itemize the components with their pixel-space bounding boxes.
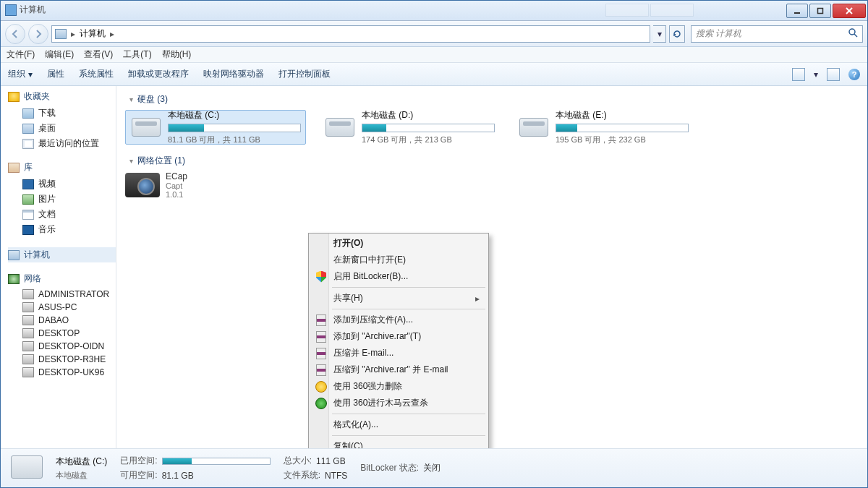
desktop-icon <box>22 124 34 134</box>
forward-button[interactable] <box>28 24 48 44</box>
menu-help[interactable]: 帮助(H) <box>162 48 192 61</box>
drive-icon <box>130 114 162 140</box>
total-size-label: 总大小: <box>284 455 312 467</box>
search-icon <box>848 27 858 40</box>
sidebar-item-pc[interactable]: DESKTOP <box>8 327 116 340</box>
ctx-share[interactable]: 共享(H)▸ <box>310 290 487 307</box>
properties-button[interactable]: 属性 <box>47 68 64 80</box>
body: 收藏夹 下载 桌面 最近访问的位置 库 视频 图片 文档 音乐 计算机 <box>1 86 867 448</box>
drive-sub: 81.1 GB 可用，共 111 GB <box>168 134 301 145</box>
sidebar-item-recent[interactable]: 最近访问的位置 <box>8 136 116 151</box>
network-section-title[interactable]: ▾ 网络位置 (1) <box>129 155 859 167</box>
control-panel-button[interactable]: 打开控制面板 <box>278 68 331 80</box>
window-title: 计算机 <box>20 4 46 16</box>
chevron-down-icon[interactable]: ▾ <box>814 69 818 80</box>
svg-point-4 <box>849 29 855 35</box>
context-menu: 打开(O) 在新窗口中打开(E) 启用 BitLocker(B)... 共享(H… <box>308 233 489 448</box>
svg-rect-1 <box>818 8 823 13</box>
usage-bar <box>362 124 495 132</box>
360-icon <box>315 380 328 393</box>
pc-icon <box>22 328 34 338</box>
ctx-360-delete[interactable]: 使用 360强力删除 <box>310 378 487 395</box>
ctx-add-archive[interactable]: 添加到压缩文件(A)... <box>310 312 487 328</box>
total-size-value: 111 GB <box>316 456 346 466</box>
drive-d[interactable]: 本地磁盘 (D:) 174 GB 可用，共 213 GB <box>319 110 500 145</box>
search-box[interactable]: 搜索 计算机 <box>691 25 863 43</box>
sidebar-item-pictures[interactable]: 图片 <box>8 192 116 207</box>
network-location-item[interactable]: ECap Capt 1.0.1 <box>125 171 859 199</box>
free-space-label: 可用空间: <box>120 469 157 481</box>
rar-icon <box>315 364 328 377</box>
breadcrumb-computer[interactable]: 计算机 <box>80 27 106 40</box>
ctx-open-new-window[interactable]: 在新窗口中打开(E) <box>310 252 487 268</box>
ctx-360-scan[interactable]: 使用 360进行木马云查杀 <box>310 395 487 411</box>
uninstall-button[interactable]: 卸载或更改程序 <box>128 68 189 80</box>
used-space-label: 已用空间: <box>120 455 157 467</box>
organize-label: 组织 <box>8 68 25 80</box>
menu-view[interactable]: 查看(V) <box>84 48 113 61</box>
camera-icon <box>125 173 160 197</box>
view-icon[interactable] <box>792 68 805 81</box>
sidebar-item-pc[interactable]: ASUS-PC <box>8 301 116 314</box>
menu-edit[interactable]: 编辑(E) <box>45 48 74 61</box>
app-icon <box>5 4 17 16</box>
drive-c[interactable]: 本地磁盘 (C:) 81.1 GB 可用，共 111 GB <box>125 110 306 145</box>
sidebar-item-videos[interactable]: 视频 <box>8 176 116 192</box>
shield-icon <box>315 270 328 283</box>
free-space-value: 81.1 GB <box>162 471 194 481</box>
sidebar-item-desktop[interactable]: 桌面 <box>8 121 116 136</box>
chevron-down-icon: ▾ <box>658 29 662 39</box>
ctx-bitlocker[interactable]: 启用 BitLocker(B)... <box>310 268 487 285</box>
menu-file[interactable]: 文件(F) <box>7 48 35 61</box>
sidebar-item-pc[interactable]: DABAO <box>8 314 116 327</box>
network-group[interactable]: 网络 <box>8 273 116 285</box>
ctx-copy[interactable]: 复制(C) <box>310 438 487 448</box>
close-button[interactable] <box>833 4 866 18</box>
content-pane: ▾ 硬盘 (3) 本地磁盘 (C:) 81.1 GB 可用，共 111 GB 本… <box>116 86 867 448</box>
sidebar-item-pc[interactable]: ADMINISTRATOR <box>8 288 116 301</box>
separator <box>332 309 485 309</box>
sidebar-item-pc[interactable]: DESKTOP-OIDN <box>8 340 116 353</box>
menu-tools[interactable]: 工具(T) <box>123 48 151 61</box>
ctx-open[interactable]: 打开(O) <box>310 235 487 252</box>
ctx-format[interactable]: 格式化(A)... <box>310 416 487 433</box>
breadcrumb-separator-icon: ▸ <box>110 29 114 39</box>
rar-icon <box>315 330 328 343</box>
organize-button[interactable]: 组织 ▾ <box>8 68 33 80</box>
document-icon <box>22 210 34 220</box>
address-bar[interactable]: ▸ 计算机 ▸ <box>51 25 650 43</box>
sidebar-item-downloads[interactable]: 下载 <box>8 106 116 121</box>
network-title: 网络 <box>24 273 41 285</box>
library-icon <box>8 163 20 173</box>
rar-icon <box>315 314 328 327</box>
libraries-group[interactable]: 库 <box>8 161 116 174</box>
ctx-compress-rar-email[interactable]: 压缩到 "Archive.rar" 并 E-mail <box>310 361 487 378</box>
pc-icon <box>22 315 34 325</box>
ctx-compress-email[interactable]: 压缩并 E-mail... <box>310 345 487 361</box>
map-drive-button[interactable]: 映射网络驱动器 <box>203 68 264 80</box>
sidebar-item-pc[interactable]: DESKTOP-R3HE <box>8 353 116 366</box>
maximize-button[interactable] <box>809 4 831 18</box>
picture-icon <box>22 194 34 205</box>
pc-icon <box>22 341 34 351</box>
refresh-button[interactable] <box>669 25 685 43</box>
minimize-button[interactable] <box>786 4 808 18</box>
back-button[interactable] <box>5 24 25 44</box>
address-dropdown-button[interactable]: ▾ <box>653 25 666 43</box>
computer-group[interactable]: 计算机 <box>8 247 116 262</box>
collapse-icon: ▾ <box>129 95 133 103</box>
drive-e[interactable]: 本地磁盘 (E:) 195 GB 可用，共 232 GB <box>513 110 694 145</box>
sidebar-item-pc[interactable]: DESKTOP-UK96 <box>8 366 116 379</box>
background-window-hint <box>605 2 694 18</box>
system-properties-button[interactable]: 系统属性 <box>79 68 114 80</box>
rar-icon <box>315 347 328 360</box>
sidebar-item-documents[interactable]: 文档 <box>8 207 116 222</box>
help-button[interactable]: ? <box>848 69 860 80</box>
ctx-add-archive-rar[interactable]: 添加到 "Archive.rar"(T) <box>310 328 487 345</box>
computer-icon <box>8 250 20 260</box>
preview-pane-icon[interactable] <box>827 68 840 81</box>
drives-section-title[interactable]: ▾ 硬盘 (3) <box>129 93 859 106</box>
sidebar-item-music[interactable]: 音乐 <box>8 222 116 237</box>
favorites-group[interactable]: 收藏夹 <box>8 90 116 103</box>
drive-icon <box>11 455 43 481</box>
